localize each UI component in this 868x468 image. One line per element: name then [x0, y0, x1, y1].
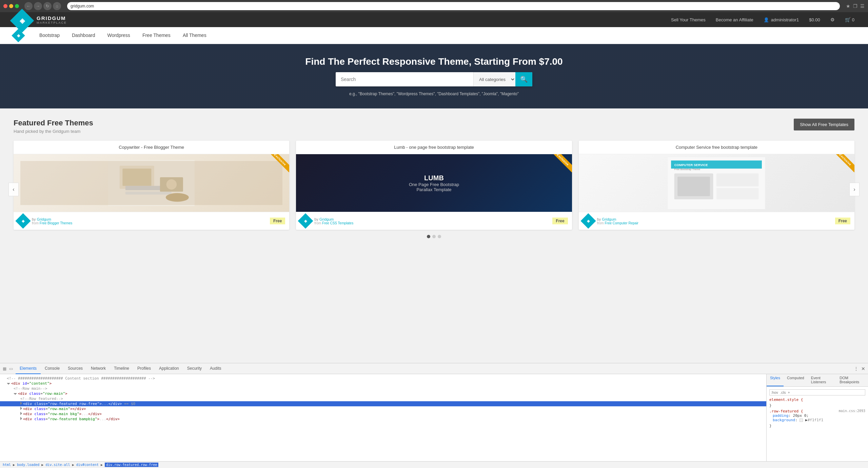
logo-diamond: ◈ [10, 8, 34, 33]
logo-sub: MARKETPLACE [37, 21, 67, 24]
card-1-meta: by Gridgum from Free Blogger Themes [32, 217, 267, 225]
forward-button[interactable]: → [34, 2, 42, 10]
hero-hint: e.g., "Bootstrap Themes", "Wordpress The… [349, 91, 519, 96]
nav-all-themes[interactable]: All Themes [177, 27, 213, 44]
card-3-meta: by Gridgum from Free Computer Repair [597, 217, 832, 225]
lumb-sub1: One Page Free Bootstrap [409, 182, 459, 187]
card-1-price: Free [270, 218, 285, 224]
logo-container[interactable]: ◈ GRIDGUM MARKETPLACE [14, 11, 67, 29]
main-nav: ◈ Bootstrap Dashboard Wordpress Free The… [0, 27, 868, 44]
minimize-dot[interactable] [9, 4, 13, 8]
card-2-by: by Gridgum [314, 217, 549, 221]
user-icon: 👤 [764, 17, 769, 22]
balance-display: $0.00 [809, 17, 820, 22]
search-input[interactable] [336, 72, 473, 86]
card-1-image[interactable]: Exclusive [14, 154, 289, 212]
card-2-image[interactable]: LUMB One Page Free Bootstrap Parallax Te… [296, 154, 572, 212]
svg-rect-3 [125, 186, 177, 190]
svg-rect-2 [123, 169, 152, 186]
section-title-block: Featured Free Themes Hand picked by the … [14, 119, 93, 134]
search-bar: All categories 🔍 [336, 72, 532, 86]
card-3-img-placeholder: COMPUTER SERVICE Free Bootstrap Theme [579, 154, 854, 212]
nav-dashboard[interactable]: Dashboard [66, 27, 101, 44]
svg-rect-0 [108, 160, 195, 206]
bookmark-icon[interactable]: ❐ [853, 3, 857, 9]
svg-point-7 [166, 193, 189, 202]
refresh-button[interactable]: ↻ [43, 2, 52, 10]
gear-button[interactable]: ⚙ [830, 17, 835, 22]
nav-logo[interactable]: ◈ [14, 31, 23, 40]
card-1-title: Copywriter - Free Blogger Theme [14, 141, 289, 154]
theme-card-2: Lumb - one page free bootstrap template … [296, 141, 572, 230]
carousel-prev-button[interactable]: ‹ [8, 183, 19, 196]
address-bar[interactable]: gridgum.com [67, 2, 840, 10]
computer-svg: COMPUTER SERVICE Free Bootstrap Theme [592, 157, 841, 209]
section-title: Featured Free Themes [14, 119, 93, 127]
close-dot[interactable] [3, 4, 7, 8]
lumb-main-title: LUMB [424, 174, 444, 182]
card-1-logo-glyph: ◈ [22, 219, 24, 223]
svg-rect-4 [125, 192, 172, 195]
sell-themes-link[interactable]: Sell Your Themes [671, 17, 706, 22]
menu-icon[interactable]: ☰ [860, 3, 865, 9]
carousel-dot-1[interactable] [427, 235, 430, 238]
browser-nav-btns: ← → ↻ ⌂ [24, 2, 61, 10]
main-nav-links: Bootstrap Dashboard Wordpress Free Theme… [33, 27, 213, 44]
home-button[interactable]: ⌂ [53, 2, 61, 10]
star-icon[interactable]: ★ [846, 3, 850, 9]
svg-rect-14 [716, 188, 758, 199]
category-select[interactable]: All categories [473, 72, 515, 86]
svg-text:Free Bootstrap Theme: Free Bootstrap Theme [674, 168, 700, 171]
card-1-by: by Gridgum [32, 217, 267, 221]
card-3-price: Free [835, 218, 850, 224]
cart-count: 0 [852, 17, 854, 22]
browser-dots [3, 4, 19, 8]
nav-free-themes[interactable]: Free Themes [136, 27, 177, 44]
svg-text:COMPUTER SERVICE: COMPUTER SERVICE [674, 163, 708, 166]
cart-button[interactable]: 🛒 0 [845, 17, 854, 22]
card-2-logo-glyph: ◈ [304, 219, 307, 223]
svg-rect-13 [716, 173, 758, 186]
card-2-from: from Free CSS Templates [314, 221, 549, 225]
theme-card-3: Computer Service free bootstrap template… [579, 141, 854, 230]
svg-point-6 [166, 179, 177, 190]
carousel-dots [14, 235, 854, 238]
card-3-image[interactable]: COMPUTER SERVICE Free Bootstrap Theme Ex… [579, 154, 854, 212]
search-button[interactable]: 🔍 [515, 72, 532, 86]
card-3-title: Computer Service free bootstrap template [579, 141, 854, 154]
nav-wordpress[interactable]: Wordpress [101, 27, 136, 44]
account-btn[interactable]: 👤 administrator1 [764, 17, 799, 22]
card-1-logo: ◈ [15, 213, 31, 228]
carousel-container: ‹ Copywriter - Free Blogger Theme [14, 141, 854, 238]
card-1-from: from Free Blogger Themes [32, 221, 267, 225]
site-header: ◈ GRIDGUM MARKETPLACE Sell Your Themes B… [0, 12, 868, 27]
nav-logo-glyph: ◈ [17, 33, 20, 38]
svg-rect-5 [160, 177, 183, 192]
main-content: Featured Free Themes Hand picked by the … [0, 108, 868, 248]
carousel-track: Copywriter - Free Blogger Theme [14, 141, 854, 230]
card-3-by: by Gridgum [597, 217, 832, 221]
show-all-button[interactable]: Show All Free Templates [794, 119, 854, 130]
card-3-logo-glyph: ◈ [587, 219, 590, 223]
theme-card-1: Copywriter - Free Blogger Theme [14, 141, 289, 230]
nav-bootstrap[interactable]: Bootstrap [33, 27, 66, 44]
svg-rect-1 [120, 166, 154, 189]
hero-title: Find The Perfect Responsive Theme, Start… [305, 56, 563, 67]
card-3-from: from Free Computer Repair [597, 221, 832, 225]
copywriter-svg [41, 160, 262, 206]
card-2-meta: by Gridgum from Free CSS Templates [314, 217, 549, 225]
card-2-title: Lumb - one page free bootstrap template [296, 141, 572, 154]
card-3-footer: ◈ by Gridgum from Free Computer Repair F… [579, 212, 854, 230]
logo-diamond-glyph: ◈ [20, 17, 25, 25]
maximize-dot[interactable] [15, 4, 19, 8]
carousel-next-button[interactable]: › [849, 183, 860, 196]
carousel-dot-2[interactable] [432, 235, 436, 238]
section-subtitle: Hand picked by the Gridgum team [14, 129, 93, 134]
card-2-img-placeholder: LUMB One Page Free Bootstrap Parallax Te… [296, 154, 572, 212]
hero-section: Find The Perfect Responsive Theme, Start… [0, 44, 868, 108]
cart-icon: 🛒 [845, 17, 851, 22]
card-1-footer: ◈ by Gridgum from Free Blogger Themes Fr… [14, 212, 289, 230]
become-affiliate-link[interactable]: Become an Affiliate [716, 17, 753, 22]
carousel-dot-3[interactable] [438, 235, 441, 238]
back-button[interactable]: ← [24, 2, 33, 10]
